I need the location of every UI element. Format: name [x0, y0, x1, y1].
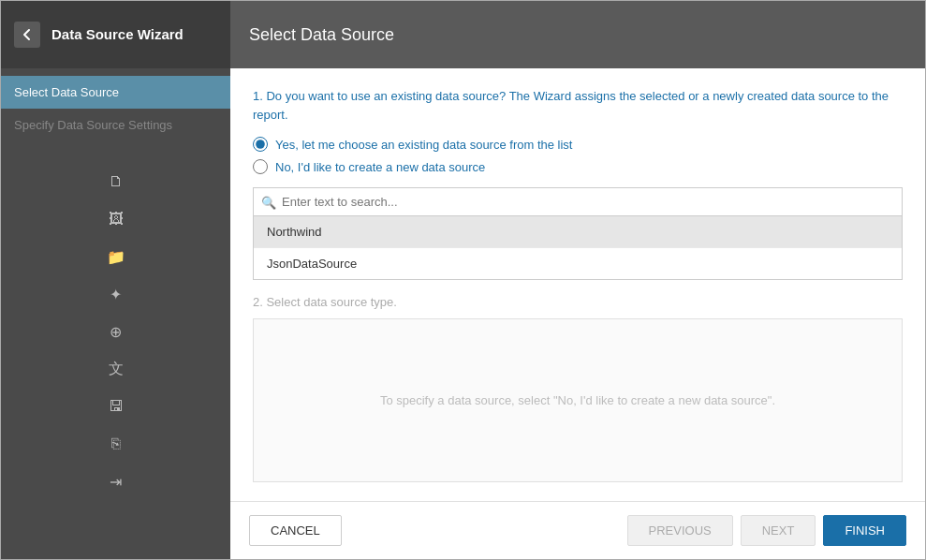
add-circle-icon[interactable]: ⊕	[100, 316, 132, 347]
footer-left: CANCEL	[249, 515, 342, 546]
wizard-window: Data Source Wizard Select Data Source Sp…	[0, 0, 926, 560]
new-document-icon[interactable]: 🗋	[100, 166, 132, 198]
radio-existing[interactable]: Yes, let me choose an existing data sour…	[253, 137, 903, 152]
radio-existing-input[interactable]	[253, 137, 268, 152]
sidebar-item-specify-settings: Specify Data Source Settings	[1, 109, 230, 141]
radio-new-label: No, I'd like to create a new data source	[275, 160, 485, 174]
datasource-name-json: JsonDataSource	[267, 257, 357, 271]
back-button[interactable]	[14, 22, 40, 48]
radio-existing-label: Yes, let me choose an existing data sour…	[275, 138, 572, 152]
main-body: 1. Do you want to use an existing data s…	[230, 68, 925, 501]
image-icon[interactable]: 🖼	[100, 203, 132, 235]
text-icon[interactable]: 文	[100, 353, 132, 385]
radio-group: Yes, let me choose an existing data sour…	[253, 137, 903, 174]
sidebar-icon-group: 🗋 🖼 📁 ✦ ⊕ 文 🖫 ⎘ ⇥	[1, 158, 230, 505]
radio-new[interactable]: No, I'd like to create a new data source	[253, 159, 903, 174]
sidebar: Data Source Wizard Select Data Source Sp…	[1, 1, 230, 559]
export-icon[interactable]: ⇥	[100, 465, 132, 497]
datasource-name-northwind: Northwind	[267, 225, 322, 239]
folder-icon[interactable]: 📁	[100, 241, 132, 273]
sidebar-title: Data Source Wizard	[51, 25, 184, 44]
previous-button: PREVIOUS	[627, 515, 733, 546]
finish-button[interactable]: FINISH	[823, 515, 906, 546]
sidebar-item-select-data-source[interactable]: Select Data Source	[1, 76, 230, 109]
footer-right: PREVIOUS NEXT FINISH	[627, 515, 906, 546]
main-header: Select Data Source	[230, 1, 925, 68]
search-box: 🔍	[253, 187, 903, 216]
datasource-list: Northwind JsonDataSource	[253, 216, 903, 280]
next-button: NEXT	[741, 515, 816, 546]
radio-new-input[interactable]	[253, 159, 268, 174]
datasource-type-hint: To specify a data source, select "No, I'…	[361, 375, 794, 426]
cancel-button[interactable]: CANCEL	[249, 515, 342, 546]
search-icon: 🔍	[261, 195, 276, 209]
datasource-type-area: To specify a data source, select "No, I'…	[253, 318, 903, 482]
sidebar-nav-label-2: Specify Data Source Settings	[14, 118, 172, 132]
save-icon[interactable]: 🖫	[100, 391, 132, 422]
section2-label: 2. Select data source type.	[253, 295, 903, 309]
sidebar-nav-label-1: Select Data Source	[14, 85, 119, 99]
sidebar-nav: Select Data Source Specify Data Source S…	[1, 68, 230, 149]
question-1: 1. Do you want to use an existing data s…	[253, 87, 903, 124]
sidebar-header: Data Source Wizard	[1, 1, 230, 68]
main-panel: Select Data Source 1. Do you want to use…	[230, 1, 925, 559]
datasource-item-json[interactable]: JsonDataSource	[254, 248, 902, 279]
star-icon[interactable]: ✦	[100, 278, 132, 310]
footer: CANCEL PREVIOUS NEXT FINISH	[230, 501, 925, 559]
datasource-item-northwind[interactable]: Northwind	[254, 216, 902, 248]
search-input[interactable]	[253, 187, 903, 216]
save-alt-icon[interactable]: ⎘	[100, 428, 132, 460]
main-header-title: Select Data Source	[249, 25, 394, 45]
